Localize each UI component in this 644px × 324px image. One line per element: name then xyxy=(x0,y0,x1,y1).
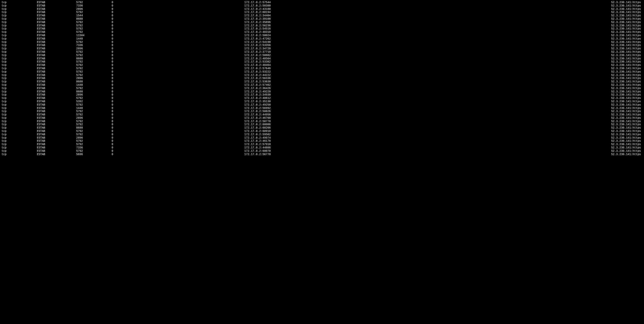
netid-cell: tcp xyxy=(2,37,37,41)
local-address-cell: 172.17.0.2:57646 xyxy=(184,67,271,70)
netid-cell: tcp xyxy=(2,21,37,24)
sendq-cell: 0 xyxy=(112,120,184,123)
socket-row: tcpESTAB57920172.17.0.2:4846452.3.230.14… xyxy=(2,64,642,67)
peer-address-cell: 52.3.230.141:https xyxy=(271,77,642,80)
socket-row: tcpESTAB57920172.17.0.2:5888252.3.230.14… xyxy=(2,54,642,57)
state-cell: ESTAB xyxy=(37,146,76,149)
terminal-output[interactable]: tcpESTAB57920172.17.0.2:5754452.3.230.14… xyxy=(2,1,642,156)
recvq-cell: 8688 xyxy=(76,126,112,130)
socket-row: tcpESTAB57920172.17.0.2:4061252.3.230.14… xyxy=(2,97,642,100)
netid-cell: tcp xyxy=(2,113,37,116)
state-cell: ESTAB xyxy=(37,139,76,143)
state-cell: ESTAB xyxy=(37,133,76,136)
sendq-cell: 0 xyxy=(112,67,184,70)
peer-address-cell: 52.3.230.141:https xyxy=(271,70,642,74)
netid-cell: tcp xyxy=(2,103,37,107)
local-address-cell: 172.17.0.2:57462 xyxy=(184,83,271,87)
peer-address-cell: 52.3.230.141:https xyxy=(271,120,642,123)
state-cell: ESTAB xyxy=(37,136,76,140)
netid-cell: tcp xyxy=(2,110,37,113)
local-address-cell: 172.17.0.2:49258 xyxy=(184,103,271,107)
peer-address-cell: 52.3.230.141:https xyxy=(271,47,642,50)
recvq-cell: 5792 xyxy=(76,120,112,123)
peer-address-cell: 52.3.230.141:https xyxy=(271,31,642,34)
netid-cell: tcp xyxy=(2,47,37,50)
peer-address-cell: 52.3.230.141:https xyxy=(271,90,642,93)
peer-address-cell: 52.3.230.141:https xyxy=(271,67,642,70)
peer-address-cell: 52.3.230.141:https xyxy=(271,116,642,120)
local-address-cell: 172.17.0.2:35130 xyxy=(184,100,271,103)
state-cell: ESTAB xyxy=(37,107,76,110)
state-cell: ESTAB xyxy=(37,14,76,17)
socket-row: tcpESTAB73360172.17.0.2:5038052.3.230.14… xyxy=(2,4,642,8)
recvq-cell: 5792 xyxy=(76,31,112,34)
recvq-cell: 1544 xyxy=(76,14,112,17)
sendq-cell: 0 xyxy=(112,4,184,8)
local-address-cell: 172.17.0.2:58882 xyxy=(184,54,271,57)
local-address-cell: 172.17.0.2:48504 xyxy=(184,57,271,60)
socket-row: tcpESTAB57920172.17.0.2:4831852.3.230.14… xyxy=(2,31,642,34)
socket-row: tcpESTAB57920172.17.0.2:4422252.3.230.14… xyxy=(2,74,642,77)
state-cell: ESTAB xyxy=(37,74,76,77)
peer-address-cell: 52.3.230.141:https xyxy=(271,97,642,100)
socket-row: tcpESTAB57920172.17.0.2:3589652.3.230.14… xyxy=(2,21,642,24)
socket-row: tcpESTAB57920172.17.0.2:4495652.3.230.14… xyxy=(2,113,642,116)
local-address-cell: 172.17.0.2:56770 xyxy=(184,153,271,156)
sendq-cell: 0 xyxy=(112,80,184,83)
state-cell: ESTAB xyxy=(37,126,76,130)
netid-cell: tcp xyxy=(2,70,37,74)
peer-address-cell: 52.3.230.141:https xyxy=(271,133,642,136)
recvq-cell: 2896 xyxy=(76,47,112,50)
socket-row: tcpESTAB14480172.17.0.2:5699252.3.230.14… xyxy=(2,107,642,110)
socket-row: tcpESTAB57920172.17.0.2:4617852.3.230.14… xyxy=(2,139,642,143)
sendq-cell: 0 xyxy=(112,153,184,156)
netid-cell: tcp xyxy=(2,41,37,44)
peer-address-cell: 52.3.230.141:https xyxy=(271,153,642,156)
peer-address-cell: 52.3.230.141:https xyxy=(271,27,642,31)
state-cell: ESTAB xyxy=(37,50,76,54)
netid-cell: tcp xyxy=(2,139,37,143)
local-address-cell: 172.17.0.2:60918 xyxy=(184,130,271,133)
netid-cell: tcp xyxy=(2,34,37,37)
recvq-cell: 5792 xyxy=(76,74,112,77)
peer-address-cell: 52.3.230.141:https xyxy=(271,113,642,116)
sendq-cell: 0 xyxy=(112,14,184,17)
state-cell: ESTAB xyxy=(37,34,76,37)
state-cell: ESTAB xyxy=(37,24,76,27)
socket-row: tcpESTAB28960172.17.0.2:5633652.3.230.14… xyxy=(2,77,642,80)
state-cell: ESTAB xyxy=(37,27,76,31)
peer-address-cell: 52.3.230.141:https xyxy=(271,107,642,110)
netid-cell: tcp xyxy=(2,54,37,57)
sendq-cell: 0 xyxy=(112,47,184,50)
recvq-cell: 5792 xyxy=(76,64,112,67)
local-address-cell: 172.17.0.2:46178 xyxy=(184,139,271,143)
recvq-cell: 5792 xyxy=(76,113,112,116)
socket-row: tcpESTAB53920172.17.0.2:3513052.3.230.14… xyxy=(2,100,642,103)
peer-address-cell: 52.3.230.141:https xyxy=(271,149,642,153)
peer-address-cell: 52.3.230.141:https xyxy=(271,83,642,87)
netid-cell: tcp xyxy=(2,136,37,140)
recvq-cell: 5792 xyxy=(76,54,112,57)
sendq-cell: 0 xyxy=(112,50,184,54)
state-cell: ESTAB xyxy=(37,77,76,80)
socket-row: tcpESTAB57920172.17.0.2:5950252.3.230.14… xyxy=(2,133,642,136)
local-address-cell: 172.17.0.2:44956 xyxy=(184,113,271,116)
recvq-cell: 2896 xyxy=(76,77,112,80)
netid-cell: tcp xyxy=(2,77,37,80)
local-address-cell: 172.17.0.2:56992 xyxy=(184,107,271,110)
recvq-cell: 7336 xyxy=(76,44,112,47)
state-cell: ESTAB xyxy=(37,57,76,60)
netid-cell: tcp xyxy=(2,57,37,60)
peer-address-cell: 52.3.230.141:https xyxy=(271,126,642,130)
peer-address-cell: 52.3.230.141:https xyxy=(271,11,642,14)
local-address-cell: 172.17.0.2:58024 xyxy=(184,34,271,37)
socket-row: tcpESTAB57920172.17.0.2:3642652.3.230.14… xyxy=(2,87,642,90)
local-address-cell: 172.17.0.2:43188 xyxy=(184,8,271,11)
state-cell: ESTAB xyxy=(37,153,76,156)
netid-cell: tcp xyxy=(2,11,37,14)
recvq-cell: 11584 xyxy=(76,34,112,37)
netid-cell: tcp xyxy=(2,97,37,100)
recvq-cell: 7336 xyxy=(76,4,112,8)
socket-row: tcpESTAB73360172.17.0.2:4488652.3.230.14… xyxy=(2,146,642,149)
sendq-cell: 0 xyxy=(112,87,184,90)
